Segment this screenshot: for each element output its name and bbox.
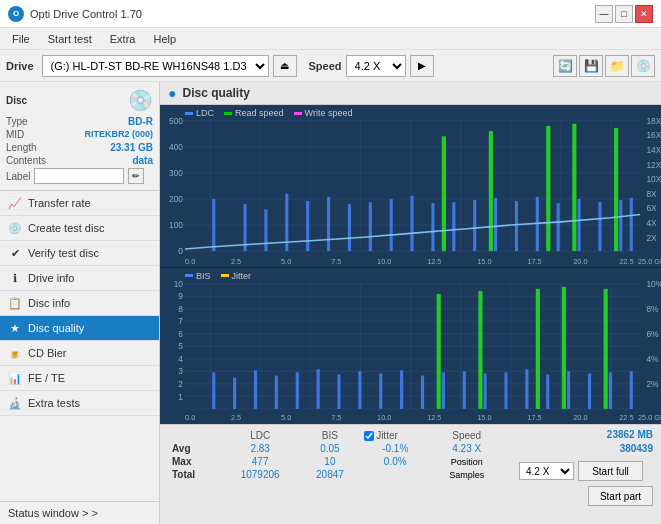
svg-text:7: 7 (178, 316, 183, 326)
disc-quality-header: ● Disc quality (160, 82, 661, 105)
svg-text:8X: 8X (646, 189, 657, 199)
sidebar-item-disc-quality[interactable]: ★ Disc quality (0, 316, 159, 341)
total-jitter-empty (360, 468, 430, 481)
stats-avg-row: Avg 2.83 0.05 -0.1% 4.23 X (168, 442, 503, 455)
stats-col-bis: BIS (300, 429, 360, 442)
sidebar-item-drive-info[interactable]: ℹ Drive info (0, 266, 159, 291)
sidebar-item-transfer-rate[interactable]: 📈 Transfer rate (0, 191, 159, 216)
stats-total-row: Total 1079206 20847 Samples (168, 468, 503, 481)
ldc-chart-svg: 500 400 300 200 100 0 18X 16X 14X 12X 10… (160, 105, 661, 267)
samples-label: Samples (430, 468, 503, 481)
svg-rect-130 (484, 373, 487, 408)
drive-select[interactable]: (G:) HL-DT-ST BD-RE WH16NS48 1.D3 (42, 55, 269, 77)
svg-rect-119 (296, 372, 299, 409)
svg-text:4: 4 (178, 354, 183, 364)
svg-text:7.5: 7.5 (331, 257, 341, 266)
disc-contents-value: data (132, 155, 153, 166)
samples-value: 380439 (620, 443, 653, 454)
menu-file[interactable]: File (4, 31, 38, 47)
svg-rect-118 (275, 375, 278, 408)
read-speed-legend-item: Read speed (224, 108, 284, 118)
ldc-legend-item: LDC (185, 108, 214, 118)
start-part-button[interactable]: Start part (588, 486, 653, 506)
avg-jitter: -0.1% (360, 442, 430, 455)
stats-col-empty (168, 429, 221, 442)
toolbar-btn-1[interactable]: 🔄 (553, 55, 577, 77)
total-label: Total (168, 468, 221, 481)
menu-extra[interactable]: Extra (102, 31, 144, 47)
svg-rect-44 (264, 209, 267, 251)
svg-rect-116 (233, 377, 236, 408)
menu-help[interactable]: Help (145, 31, 184, 47)
svg-text:25.0 GB: 25.0 GB (638, 413, 661, 422)
sidebar-item-extra-tests[interactable]: 🔬 Extra tests (0, 391, 159, 416)
start-full-button[interactable]: Start full (578, 461, 643, 481)
svg-rect-50 (390, 199, 393, 251)
start-part-row: Start part (519, 486, 653, 506)
speed-select-small[interactable]: 4.2 X (519, 462, 574, 480)
cd-bier-icon: 🍺 (8, 346, 22, 360)
maximize-button[interactable]: □ (615, 5, 633, 23)
samples-row: 380439 (519, 443, 653, 454)
svg-rect-64 (598, 202, 601, 251)
status-window-button[interactable]: Status window > > (0, 501, 159, 524)
menu-start-test[interactable]: Start test (40, 31, 100, 47)
extra-tests-label: Extra tests (28, 397, 80, 409)
ldc-legend-label: LDC (196, 108, 214, 118)
disc-label-edit-button[interactable]: ✏ (128, 168, 144, 184)
sidebar-item-fe-te[interactable]: 📊 FE / TE (0, 366, 159, 391)
svg-rect-140 (630, 371, 633, 409)
svg-rect-42 (212, 199, 215, 251)
svg-text:2.5: 2.5 (231, 413, 241, 422)
svg-text:1: 1 (178, 391, 183, 401)
speed-apply-button[interactable]: ▶ (410, 55, 434, 77)
svg-text:17.5: 17.5 (527, 257, 541, 266)
sidebar-item-create-test-disc[interactable]: 💿 Create test disc (0, 216, 159, 241)
close-button[interactable]: ✕ (635, 5, 653, 23)
svg-rect-121 (337, 374, 340, 408)
sidebar-item-verify-test-disc[interactable]: ✔ Verify test disc (0, 241, 159, 266)
stats-table: LDC BIS Jitter Speed (160, 425, 511, 524)
drive-info-label: Drive info (28, 272, 74, 284)
jitter-checkbox[interactable] (364, 431, 374, 441)
svg-text:15.0: 15.0 (477, 413, 491, 422)
disc-length-row: Length 23.31 GB (6, 142, 153, 153)
svg-text:15.0: 15.0 (477, 257, 491, 266)
stats-panel: LDC BIS Jitter Speed (160, 424, 661, 524)
svg-text:18X: 18X (646, 116, 661, 126)
minimize-button[interactable]: — (595, 5, 613, 23)
toolbar-btn-save[interactable]: 💿 (631, 55, 655, 77)
app-title: Opti Drive Control 1.70 (30, 8, 142, 20)
svg-rect-135 (562, 287, 566, 409)
disc-icon: 💿 (128, 88, 153, 112)
bis-legend-label: BIS (196, 271, 211, 281)
svg-text:4%: 4% (646, 354, 659, 364)
disc-label-input[interactable] (34, 168, 124, 184)
title-bar: O Opti Drive Control 1.70 — □ ✕ (0, 0, 661, 28)
write-speed-legend-item: Write speed (294, 108, 353, 118)
svg-rect-117 (254, 370, 257, 409)
stats-col-speed: Speed (430, 429, 503, 442)
svg-text:9: 9 (178, 291, 183, 301)
toolbar-btn-2[interactable]: 💾 (579, 55, 603, 77)
disc-quality-header-icon: ● (168, 85, 176, 101)
toolbar-btn-3[interactable]: 📁 (605, 55, 629, 77)
disc-panel: Disc 💿 Type BD-R MID RITEKBR2 (000) Leng… (0, 82, 159, 191)
svg-rect-67 (630, 198, 633, 251)
svg-rect-54 (452, 202, 455, 251)
ldc-chart-wrapper: LDC Read speed Write speed (160, 105, 661, 268)
disc-length-label: Length (6, 142, 37, 153)
svg-rect-52 (431, 203, 434, 251)
sidebar-item-cd-bier[interactable]: 🍺 CD Bier (0, 341, 159, 366)
svg-text:20.0: 20.0 (573, 257, 587, 266)
sidebar-item-disc-info[interactable]: 📋 Disc info (0, 291, 159, 316)
chart2-legend: BIS Jitter (185, 271, 251, 281)
svg-text:22.5: 22.5 (619, 413, 633, 422)
speed-select[interactable]: 4.2 X (346, 55, 406, 77)
pos-label: Position (430, 455, 503, 468)
svg-rect-133 (536, 289, 540, 409)
pos-value: 23862 MB (607, 429, 653, 440)
eject-button[interactable]: ⏏ (273, 55, 297, 77)
svg-rect-47 (327, 197, 330, 251)
avg-speed: 4.23 X (430, 442, 503, 455)
